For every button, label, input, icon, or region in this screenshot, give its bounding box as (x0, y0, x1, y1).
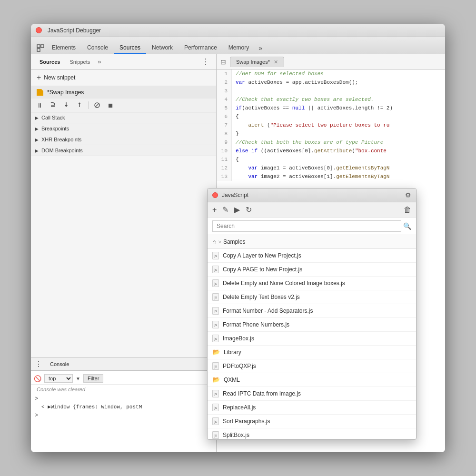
list-item[interactable]: js Format Phone Numbers.js (208, 318, 416, 332)
nav-tabs: Elements Console Sources Network Perform… (31, 37, 445, 54)
code-line-3: 3 (217, 87, 445, 95)
nav-overflow[interactable]: » (255, 42, 266, 54)
list-item[interactable]: js ImageBox.js (208, 332, 416, 346)
svg-rect-2 (41, 45, 44, 48)
js-file-icon: js (212, 417, 219, 425)
js-file-icon: js (212, 293, 219, 301)
titlebar: JavaScript Debugger (31, 24, 445, 37)
code-line-6: 6 { (217, 112, 445, 121)
search-icon[interactable]: 🔍 (403, 222, 411, 230)
left-bottom: ⏸ ⏹ (31, 99, 216, 357)
js-file-icon: js (212, 307, 219, 315)
popup-breadcrumb: ⌂ > Samples (208, 235, 416, 249)
devtools-window: JavaScript Debugger Elements Console Sou… (31, 24, 445, 452)
dom-breakpoints-section[interactable]: ▶ DOM Breakpoints (31, 145, 216, 156)
item-label: SplitBox.js (223, 432, 249, 438)
list-item[interactable]: js Delete Empty and None Colored Image b… (208, 277, 416, 290)
deactivate-button[interactable] (92, 100, 102, 110)
sub-tab-overflow[interactable]: » (95, 56, 104, 67)
console-dots[interactable]: ⋮ (35, 359, 42, 368)
tab-performance[interactable]: Performance (178, 41, 223, 54)
item-label: Copy A Layer to New Project.js (223, 252, 301, 259)
popup-refresh-button[interactable]: ↻ (246, 205, 252, 214)
xhr-breakpoints-section[interactable]: ▶ XHR Breakpoints (31, 134, 216, 145)
item-label: Copy A PAGE to New Project.js (223, 266, 302, 273)
popup-file-list: js Copy A Layer to New Project.js js Cop… (208, 249, 416, 439)
tab-elements[interactable]: Elements (46, 41, 81, 54)
list-item[interactable]: js Sort Paragraphs.js (208, 415, 416, 428)
js-file-icon: js (212, 335, 219, 342)
popup-edit-button[interactable]: ✎ (222, 205, 228, 214)
js-file-icon: js (212, 362, 219, 370)
tab-sources[interactable]: Sources (114, 41, 146, 54)
new-snippet-button[interactable]: + New snippet (31, 69, 216, 86)
list-item[interactable]: js Format Number - Add Separators.js (208, 304, 416, 318)
console-chevron-icon: ▼ (76, 376, 80, 381)
breakpoints-section[interactable]: ▶ Breakpoints (31, 123, 216, 134)
item-label: QXML (224, 377, 240, 383)
code-line-10: 10 else if ((activeBoxes[0].getAttribute… (217, 147, 445, 155)
console-prompt-row2[interactable]: > (31, 411, 216, 419)
console-prompt-row: > (31, 394, 216, 403)
item-label: Format Number - Add Separators.js (223, 307, 313, 314)
close-tab-icon[interactable]: ✕ (274, 59, 278, 65)
code-line-13: 13 var image2 = activeBoxes[1].getElemen… (217, 172, 445, 181)
list-item[interactable]: js ReplaceAll.js (208, 401, 416, 415)
item-label: Sort Paragraphs.js (223, 418, 270, 425)
popup-titlebar: JavaScript ⚙ (208, 188, 416, 202)
console-cleared-text: Console was cleared (31, 385, 216, 394)
dom-breakpoints-label: DOM Breakpoints (41, 148, 83, 153)
tab-memory[interactable]: Memory (223, 41, 255, 54)
list-item[interactable]: 📂 QXML (208, 373, 416, 387)
close-button[interactable] (36, 27, 42, 33)
code-tab-label: Swap Images* (236, 59, 270, 65)
popup-add-button[interactable]: + (212, 206, 217, 214)
console-panel: ⋮ Console 🚫 top ▼ Filter Console was cle… (31, 357, 216, 452)
item-label: Library (224, 349, 241, 356)
step-over-button[interactable] (48, 100, 58, 110)
item-label: Read IPTC Data from Image.js (223, 390, 301, 397)
list-item[interactable]: js Read IPTC Data from Image.js (208, 387, 416, 401)
tab-console[interactable]: Console (81, 41, 114, 54)
popup-delete-button[interactable]: 🗑 (404, 206, 411, 214)
list-item[interactable]: js Copy A Layer to New Project.js (208, 249, 416, 263)
step-into-button[interactable] (61, 100, 71, 110)
call-stack-section[interactable]: ▶ Call Stack (31, 112, 216, 123)
code-line-5: 5 if(activeBoxes == null || activeBoxes.… (217, 104, 445, 112)
console-tab[interactable]: Console (50, 361, 69, 367)
sub-tab-snippets[interactable]: Snippets (65, 57, 95, 67)
home-icon[interactable]: ⌂ (212, 238, 216, 246)
tab-network[interactable]: Network (146, 41, 178, 54)
popup-search-input[interactable] (212, 220, 401, 232)
code-line-11: 11 { (217, 155, 445, 164)
pause-button[interactable]: ⏸ (35, 100, 44, 110)
list-item[interactable]: js SplitBox.js (208, 428, 416, 439)
snippet-item[interactable]: *Swap Images (31, 86, 216, 99)
inspector-icon[interactable] (35, 42, 46, 54)
sub-tab-sources[interactable]: Sources (35, 57, 65, 67)
sidebar-toggle[interactable]: ⊟ (220, 58, 226, 66)
list-item[interactable]: js Copy A PAGE to New Project.js (208, 263, 416, 277)
item-label: ReplaceAll.js (223, 404, 256, 411)
breadcrumb-folder-name[interactable]: Samples (223, 238, 246, 245)
list-item[interactable]: 📂 Library (208, 346, 416, 359)
list-item[interactable]: js Delete Empty Text Boxes v2.js (208, 290, 416, 304)
console-body: 🚫 top ▼ Filter Console was cleared > < ▶… (31, 371, 216, 452)
code-line-12: 12 var image1 = activeBoxes[0].getElemen… (217, 164, 445, 172)
popup-close-button[interactable] (212, 192, 218, 198)
code-tab-swap-images[interactable]: Swap Images* ✕ (230, 57, 284, 67)
snippet-browser-popup: JavaScript ⚙ + ✎ ▶ ↻ 🗑 🔍 ⌂ > Samples js … (207, 188, 416, 440)
item-label: PDFtoQXP.js (223, 363, 256, 369)
js-file-icon: js (212, 390, 219, 397)
sub-tab-menu[interactable]: ⋮ (199, 56, 212, 67)
step-out-button[interactable] (75, 100, 84, 110)
breakpoints-label: Breakpoints (41, 126, 69, 131)
popup-search-row: 🔍 (208, 218, 416, 235)
no-entry-icon[interactable]: 🚫 (34, 375, 41, 382)
console-context-select[interactable]: top (44, 374, 73, 383)
popup-gear-icon[interactable]: ⚙ (405, 191, 411, 199)
list-item[interactable]: js PDFtoQXP.js (208, 359, 416, 373)
console-filter-button[interactable]: Filter (83, 374, 103, 383)
popup-run-button[interactable]: ▶ (234, 205, 240, 214)
pause-exceptions-button[interactable]: ⏹ (106, 100, 115, 110)
